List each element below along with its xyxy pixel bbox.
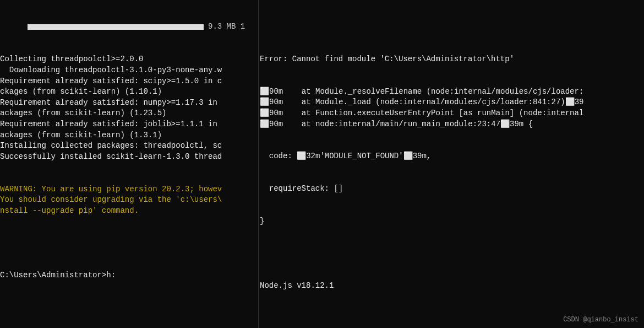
output-line: Successfully installed scikit-learn-1.3.…	[0, 152, 258, 163]
stack-line: ⬜90m at Module._resolveFilename (node:in…	[260, 87, 644, 98]
output-line: Requirement already satisfied: scipy>=1.…	[0, 76, 258, 87]
stack-line: ⬜90m at node:internal/main/run_main_modu…	[260, 119, 644, 130]
output-line: Downloading threadpoolctl-3.1.0-py3-none…	[0, 65, 258, 76]
warning-line: You should consider upgrading via the 'c…	[0, 195, 258, 206]
stack-line: ⬜90m at Function.executeUserEntryPoint […	[260, 108, 644, 119]
blank	[0, 303, 258, 314]
prompt-line-1: C:\Users\Administrator>h:	[0, 270, 258, 281]
output-line: Installing collected packages: threadpoo…	[0, 141, 258, 152]
stack-line: ⬜90m at Module._load (node:internal/modu…	[260, 97, 644, 108]
progress-bar	[28, 24, 204, 30]
code-line: code: ⬜32m'MODULE_NOT_FOUND'⬜39m,	[260, 151, 644, 162]
pip-warning: WARNING: You are using pip version 20.2.…	[0, 184, 258, 217]
output-line: ackages (from scikit-learn) (1.3.1)	[0, 130, 258, 141]
output-line: ckages (from scikit-learn) (1.10.1)	[0, 87, 258, 98]
error-line: Error: Cannot find module 'C:\Users\Admi…	[260, 54, 644, 65]
closing-brace: }	[260, 216, 644, 227]
progress-size: 9.3 MB	[208, 21, 236, 33]
warning-line: WARNING: You are using pip version 20.2.…	[0, 184, 258, 195]
left-terminal-pane[interactable]: 9.3 MB 1 Collecting threadpoolctl>=2.0.0…	[0, 0, 259, 328]
node-version: Node.js v18.12.1	[260, 281, 644, 292]
output-line: Requirement already satisfied: numpy>=1.…	[0, 98, 258, 109]
blank	[260, 21, 644, 33]
watermark: CSDN @qianbo_insist	[563, 315, 638, 325]
blank	[260, 249, 644, 260]
right-terminal-pane[interactable]: Error: Cannot find module 'C:\Users\Admi…	[259, 0, 644, 328]
warning-line: nstall --upgrade pip' command.	[0, 206, 258, 217]
require-stack: requireStack: []	[260, 184, 644, 195]
progress-suffix: 1	[236, 21, 245, 33]
output-line: Requirement already satisfied: joblib>=1…	[0, 119, 258, 130]
progress-row: 9.3 MB 1	[0, 21, 258, 33]
pip-output: Collecting threadpoolctl>=2.0.0 Download…	[0, 54, 258, 162]
stack-trace: ⬜90m at Module._resolveFilename (node:in…	[260, 87, 644, 130]
blank	[0, 238, 258, 249]
output-line: Collecting threadpoolctl>=2.0.0	[0, 54, 258, 65]
output-line: ackages (from scikit-learn) (1.23.5)	[0, 108, 258, 119]
